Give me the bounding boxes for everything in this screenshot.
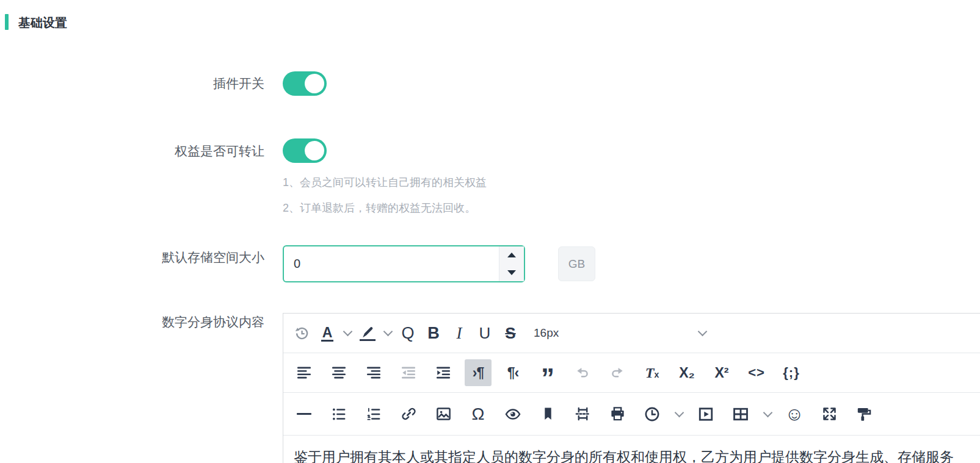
inline-code-icon[interactable]: <>	[743, 359, 770, 386]
spinner-increase-button[interactable]	[499, 246, 524, 264]
agreement-label: 数字分身协议内容	[69, 314, 264, 330]
transferable-label: 权益是否可转让	[69, 143, 264, 159]
history-restore-icon[interactable]	[291, 320, 313, 346]
outdent-icon[interactable]	[395, 359, 422, 386]
blockquote-icon[interactable]: ”	[534, 359, 561, 386]
plugin-switch-toggle[interactable]	[283, 71, 327, 96]
bold-icon[interactable]: B	[423, 320, 445, 346]
strikethrough-icon[interactable]: S	[499, 320, 521, 346]
chevron-down-icon	[343, 327, 352, 337]
insert-table-icon[interactable]	[727, 401, 754, 428]
table-dropdown[interactable]	[762, 401, 773, 428]
undo-icon[interactable]	[569, 359, 596, 386]
toggle-knob	[305, 141, 324, 160]
datetime-dropdown[interactable]	[673, 401, 684, 428]
text-color-dropdown[interactable]	[342, 320, 353, 346]
toggle-knob	[305, 74, 324, 93]
insert-media-icon[interactable]	[692, 401, 719, 428]
transferable-toggle[interactable]	[283, 138, 327, 163]
section-title: 基础设置	[18, 15, 67, 31]
align-right-icon[interactable]	[360, 359, 387, 386]
subscript-icon[interactable]: X₂	[673, 359, 700, 386]
editor-toolbar-row-1: A Q B I U S 16px	[283, 314, 980, 353]
plugin-switch-label: 插件开关	[69, 76, 264, 92]
print-icon[interactable]	[604, 401, 631, 428]
spinner-decrease-button[interactable]	[499, 264, 524, 282]
code-block-icon[interactable]: {;}	[778, 359, 805, 386]
ltr-direction-icon[interactable]: ›¶	[465, 359, 492, 386]
rich-text-editor: A Q B I U S 16px	[283, 313, 980, 463]
storage-size-input[interactable]	[284, 246, 499, 281]
anchor-bookmark-icon[interactable]	[534, 401, 561, 428]
text-color-icon[interactable]: A	[316, 320, 338, 346]
highlight-color-icon[interactable]	[357, 320, 379, 346]
insert-image-icon[interactable]	[430, 401, 457, 428]
chevron-down-icon	[763, 407, 772, 417]
page-break-icon[interactable]	[569, 401, 596, 428]
number-spinner	[499, 246, 524, 281]
underline-icon[interactable]: U	[474, 320, 496, 346]
horizontal-rule-icon[interactable]	[291, 401, 318, 428]
storage-size-input-wrap	[283, 245, 525, 282]
chevron-down-icon	[698, 327, 708, 337]
font-size-dropdown[interactable]: 16px	[534, 326, 717, 340]
font-size-value: 16px	[534, 326, 559, 340]
storage-size-label: 默认存储空间大小	[69, 249, 264, 265]
chevron-down-icon	[383, 327, 393, 337]
indent-icon[interactable]	[430, 359, 457, 386]
transfer-tip-1: 1、会员之间可以转让自己拥有的相关权益	[283, 175, 487, 190]
special-character-icon[interactable]: Ω	[465, 401, 492, 428]
fullscreen-icon[interactable]	[816, 401, 843, 428]
redo-icon[interactable]	[604, 359, 631, 386]
editor-toolbar-row-2: ›¶ ¶‹ ” Tx X₂ X² <> {;}	[283, 353, 980, 393]
align-left-icon[interactable]	[291, 359, 318, 386]
numbered-list-icon[interactable]	[360, 401, 387, 428]
insert-datetime-icon[interactable]	[639, 401, 666, 428]
search-icon[interactable]: Q	[397, 320, 419, 346]
clear-formatting-icon[interactable]: Tx	[639, 359, 666, 386]
highlight-pen-icon	[360, 326, 376, 341]
storage-unit-addon: GB	[558, 246, 595, 281]
link-icon[interactable]	[395, 401, 422, 428]
chevron-down-icon	[674, 407, 684, 417]
transfer-tip-2: 2、订单退款后，转赠的权益无法回收。	[283, 201, 476, 215]
emoticon-icon[interactable]: ☺	[781, 401, 808, 428]
highlight-color-dropdown[interactable]	[382, 320, 393, 346]
editor-content-area[interactable]: 鉴于用户拥有其本人或其指定人员的数字分身的所有权和使用权，乙方为用户提供数字分身…	[283, 436, 980, 463]
preview-eye-icon[interactable]	[499, 401, 526, 428]
superscript-icon[interactable]: X²	[708, 359, 735, 386]
section-accent-bar	[5, 14, 9, 30]
editor-toolbar-row-3: Ω	[283, 393, 980, 436]
format-painter-icon[interactable]	[851, 401, 877, 428]
italic-icon[interactable]: I	[448, 320, 470, 346]
arrow-up-icon	[507, 253, 516, 257]
arrow-down-icon	[507, 270, 516, 275]
rtl-direction-icon[interactable]: ¶‹	[499, 359, 526, 386]
agreement-content-text: 鉴于用户拥有其本人或其指定人员的数字分身的所有权和使用权，乙方为用户提供数字分身…	[294, 448, 980, 463]
bullet-list-icon[interactable]	[325, 401, 352, 428]
align-center-icon[interactable]	[325, 359, 352, 386]
